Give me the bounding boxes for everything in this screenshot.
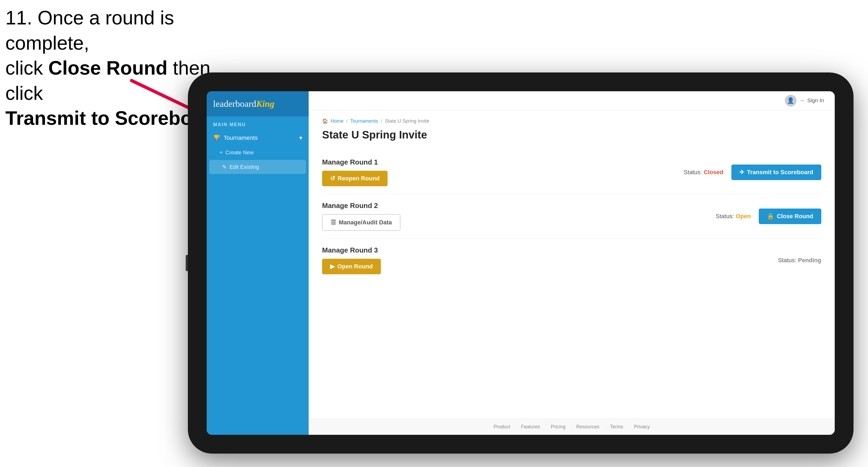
close-round-button[interactable]: 🔒 Close Round [759,209,821,224]
sidebar-item-tournaments[interactable]: 🏆 Tournaments ▾ [207,130,309,146]
round-2-status-label: Status: Open [716,213,751,220]
footer-features[interactable]: Features [521,424,540,430]
sign-in-text: Sign In [807,97,824,103]
edit-existing-label: Edit Existing [229,164,259,170]
round-3-title: Manage Round 3 [322,246,381,254]
round-2-right: Status: Open 🔒 Close Round [716,209,822,224]
tablet-screen: leaderboardKing MAIN MENU 🏆 Tournaments … [207,91,835,435]
page-content: 🏠 Home / Tournaments / State U Spring In… [309,110,835,419]
reopen-round-label: Reopen Round [338,175,379,182]
round-2-title: Manage Round 2 [322,201,400,210]
sidebar-edit-existing[interactable]: ✎ Edit Existing [209,160,306,174]
round-2-section: Manage Round 2 ☰ Manage/Audit Data Statu… [322,194,821,239]
breadcrumb-sep1: / [346,118,348,124]
round-1-right: Status: Closed ✈ Transmit to Scoreboard [684,164,821,180]
transmit-label: Transmit to Scoreboard [747,169,813,176]
trophy-icon: 🏆 [213,134,220,142]
round-3-status-value: Pending [798,257,821,263]
sidebar-logo: leaderboardKing [207,91,309,117]
transmit-icon: ✈ [739,169,744,176]
edit-icon: ✎ [222,164,227,170]
tablet-side-button [186,255,188,271]
plus-icon: + [220,150,223,156]
audit-icon: ☰ [331,219,336,226]
create-new-label: Create New [225,150,254,156]
round-3-right: Status: Pending [778,257,821,264]
breadcrumb-current: State U Spring Invite [385,118,429,124]
round-3-section: Manage Round 3 ▶ Open Round Status: Pend… [322,239,821,282]
reopen-icon: ↺ [330,175,335,182]
logo-text: leaderboardKing [213,99,275,109]
sign-in-label: → [799,97,805,103]
close-round-label: Close Round [777,213,813,220]
app-footer: Product Features Pricing Resources Terms… [309,419,835,435]
manage-audit-data-button[interactable]: ☰ Manage/Audit Data [322,214,400,231]
sign-in-button[interactable]: 👤 → Sign In [785,95,824,106]
open-round-button[interactable]: ▶ Open Round [322,259,381,274]
sidebar-section-label: MAIN MENU [207,117,309,130]
round-2-left: Manage Round 2 ☰ Manage/Audit Data [322,201,400,231]
breadcrumb-tournaments[interactable]: Tournaments [350,118,378,124]
sidebar-create-new[interactable]: + Create New [207,146,309,159]
round-2-status-value: Open [736,213,751,220]
round-1-left: Manage Round 1 ↺ Reopen Round [322,158,388,186]
round-1-section: Manage Round 1 ↺ Reopen Round Status: Cl… [322,151,821,194]
reopen-round-button[interactable]: ↺ Reopen Round [322,171,388,186]
tablet-frame: leaderboardKing MAIN MENU 🏆 Tournaments … [188,72,854,454]
footer-product[interactable]: Product [494,424,510,430]
audit-label: Manage/Audit Data [339,219,392,226]
main-content: 👤 → Sign In 🏠 Home / Tournaments / [309,91,835,435]
lock-icon: 🔒 [767,213,774,220]
instruction-line1: 11. Once a round is complete, [5,5,247,56]
top-nav: 👤 → Sign In [309,91,835,110]
user-avatar: 👤 [785,95,797,106]
footer-privacy[interactable]: Privacy [634,424,650,430]
breadcrumb-sep2: / [381,118,382,124]
avatar-icon: 👤 [787,97,794,104]
footer-terms[interactable]: Terms [610,424,623,430]
footer-resources[interactable]: Resources [576,424,599,430]
round-1-status-value: Closed [704,169,723,176]
page-title: State U Spring Invite [322,129,821,141]
footer-pricing[interactable]: Pricing [551,424,565,430]
chevron-down-icon: ▾ [299,134,302,142]
sidebar: leaderboardKing MAIN MENU 🏆 Tournaments … [207,91,309,435]
breadcrumb-home[interactable]: Home [331,118,344,124]
app-layout: leaderboardKing MAIN MENU 🏆 Tournaments … [207,91,835,435]
breadcrumb-icon: 🏠 [322,118,328,124]
sidebar-tournaments-label: Tournaments [224,134,258,142]
round-1-status-label: Status: Closed [684,169,723,176]
round-1-title: Manage Round 1 [322,158,388,166]
open-round-icon: ▶ [330,263,335,270]
breadcrumb: 🏠 Home / Tournaments / State U Spring In… [322,118,821,124]
round-3-left: Manage Round 3 ▶ Open Round [322,246,381,274]
open-round-label: Open Round [337,263,373,270]
logo-king: King [256,99,274,109]
transmit-to-scoreboard-button[interactable]: ✈ Transmit to Scoreboard [732,164,821,180]
round-3-status-label: Status: Pending [778,257,821,264]
